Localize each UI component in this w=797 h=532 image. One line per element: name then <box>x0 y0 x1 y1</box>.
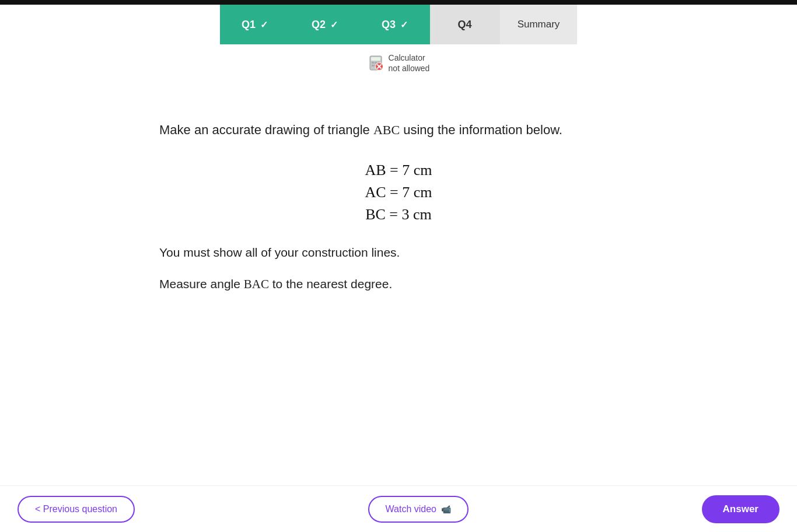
instruction-measure: Measure angle BAC to the nearest degree. <box>159 277 638 292</box>
tab-summary-label: Summary <box>518 19 560 30</box>
tab-q1-check: ✓ <box>260 19 268 30</box>
equation-ac: AC = 7 cm <box>159 185 638 200</box>
tab-q4[interactable]: Q4 <box>430 5 500 44</box>
tab-q3[interactable]: Q3 ✓ <box>360 5 430 44</box>
tab-q1-label: Q1 <box>242 19 256 31</box>
svg-rect-3 <box>375 62 377 64</box>
video-camera-icon: 📹 <box>441 505 451 514</box>
watch-video-button[interactable]: Watch video 📹 <box>368 496 469 523</box>
equation-ab: AB = 7 cm <box>159 163 638 178</box>
calculator-notice: Calculator not allowed <box>0 52 797 74</box>
triangle-name: ABC <box>373 123 400 137</box>
tab-q4-label: Q4 <box>458 19 472 31</box>
tab-q1[interactable]: Q1 ✓ <box>220 5 290 44</box>
svg-rect-1 <box>371 57 380 61</box>
tab-q3-label: Q3 <box>382 19 396 31</box>
previous-question-button[interactable]: < Previous question <box>18 496 135 523</box>
tab-q2[interactable]: Q2 ✓ <box>290 5 360 44</box>
calculator-label-line2: not allowed <box>389 63 430 74</box>
instruction-construction: You must show all of your construction l… <box>159 246 638 260</box>
question-nav: Q1 ✓ Q2 ✓ Q3 ✓ Q4 Summary <box>0 5 797 44</box>
calculator-label-line1: Calculator <box>389 52 430 63</box>
watch-video-label: Watch video <box>386 504 436 514</box>
tab-summary[interactable]: Summary <box>500 5 578 44</box>
answer-button[interactable]: Answer <box>702 495 779 523</box>
top-bar <box>0 0 797 5</box>
main-content: Make an accurate drawing of triangle ABC… <box>136 120 661 292</box>
tab-q2-check: ✓ <box>330 19 338 30</box>
angle-name: BAC <box>244 277 269 291</box>
equations-block: AB = 7 cm AC = 7 cm BC = 3 cm <box>159 163 638 222</box>
bottom-bar: < Previous question Watch video 📹 Answer <box>0 485 797 532</box>
calculator-icon <box>368 55 384 71</box>
svg-rect-5 <box>372 65 374 66</box>
question-intro: Make an accurate drawing of triangle ABC… <box>159 120 638 139</box>
svg-rect-2 <box>372 62 374 64</box>
tab-q3-check: ✓ <box>400 19 408 30</box>
calculator-text: Calculator not allowed <box>389 52 430 74</box>
tab-q2-label: Q2 <box>312 19 326 31</box>
equation-bc: BC = 3 cm <box>159 207 638 222</box>
